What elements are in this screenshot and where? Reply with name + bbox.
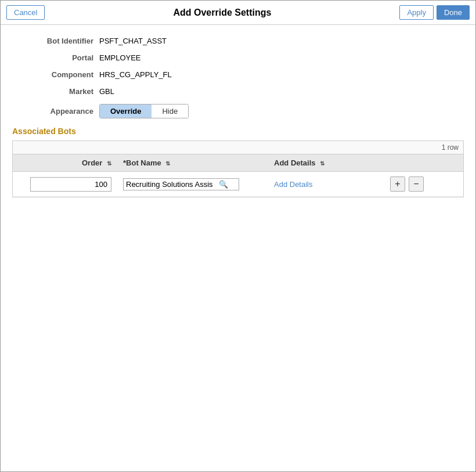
appearance-override-button[interactable]: Override	[100, 105, 152, 118]
component-value: HRS_CG_APPLY_FL	[99, 70, 172, 79]
component-label: Component	[12, 70, 93, 79]
appearance-label: Appearance	[12, 107, 93, 116]
col-header-botname: *Bot Name ⇅	[117, 154, 268, 172]
modal-container: Cancel Add Override Settings Apply Done …	[0, 0, 476, 472]
col-header-order: Order ⇅	[13, 154, 117, 172]
row-actions: + −	[390, 176, 457, 192]
botname-sort-icon[interactable]: ⇅	[165, 160, 170, 167]
portal-row: Portal EMPLOYEE	[12, 53, 464, 62]
appearance-hide-button[interactable]: Hide	[152, 105, 188, 118]
row-count: 1 row	[13, 141, 463, 154]
bots-table: Order ⇅ *Bot Name ⇅ Add Details ⇅	[13, 154, 463, 197]
header-left: Cancel	[6, 5, 45, 20]
botname-cell: 🔍	[117, 172, 268, 197]
remove-row-button[interactable]: −	[409, 176, 424, 192]
row-actions-cell: + −	[384, 172, 463, 197]
bot-identifier-row: Bot Identifier PSFT_CHAT_ASST	[12, 37, 464, 45]
botname-search-icon[interactable]: 🔍	[219, 180, 228, 189]
table-row: 🔍 Add Details + −	[13, 172, 463, 197]
order-sort-icon[interactable]: ⇅	[107, 160, 111, 167]
bot-identifier-value: PSFT_CHAT_ASST	[99, 37, 167, 45]
bot-identifier-label: Bot Identifier	[12, 37, 93, 45]
modal-body: Bot Identifier PSFT_CHAT_ASST Portal EMP…	[1, 25, 475, 471]
market-row: Market GBL	[12, 87, 464, 96]
adddetails-sort-icon[interactable]: ⇅	[320, 160, 324, 167]
order-input[interactable]	[30, 177, 111, 192]
portal-label: Portal	[12, 53, 93, 62]
botname-input[interactable]	[126, 180, 219, 189]
header-right: Apply Done	[399, 5, 470, 20]
appearance-toggle: Override Hide	[99, 104, 189, 118]
done-button[interactable]: Done	[437, 5, 470, 20]
order-cell	[13, 172, 117, 197]
cancel-button[interactable]: Cancel	[6, 5, 45, 20]
market-value: GBL	[99, 87, 114, 96]
add-details-link[interactable]: Add Details	[274, 180, 312, 189]
market-label: Market	[12, 87, 93, 96]
botname-input-wrapper: 🔍	[123, 178, 239, 190]
col-header-actions	[384, 154, 463, 172]
table-header-row: Order ⇅ *Bot Name ⇅ Add Details ⇅	[13, 154, 463, 172]
add-row-button[interactable]: +	[390, 176, 405, 192]
component-row: Component HRS_CG_APPLY_FL	[12, 70, 464, 79]
modal-header: Cancel Add Override Settings Apply Done	[1, 1, 475, 25]
page-title: Add Override Settings	[45, 8, 399, 18]
bots-table-container: 1 row Order ⇅ *Bot Name ⇅ Add Details	[12, 140, 464, 197]
portal-value: EMPLOYEE	[99, 53, 141, 62]
adddetails-cell: Add Details	[268, 172, 384, 197]
associated-bots-title: Associated Bots	[12, 127, 464, 136]
apply-button[interactable]: Apply	[399, 5, 434, 20]
appearance-row: Appearance Override Hide	[12, 104, 464, 118]
col-header-adddetails: Add Details ⇅	[268, 154, 384, 172]
